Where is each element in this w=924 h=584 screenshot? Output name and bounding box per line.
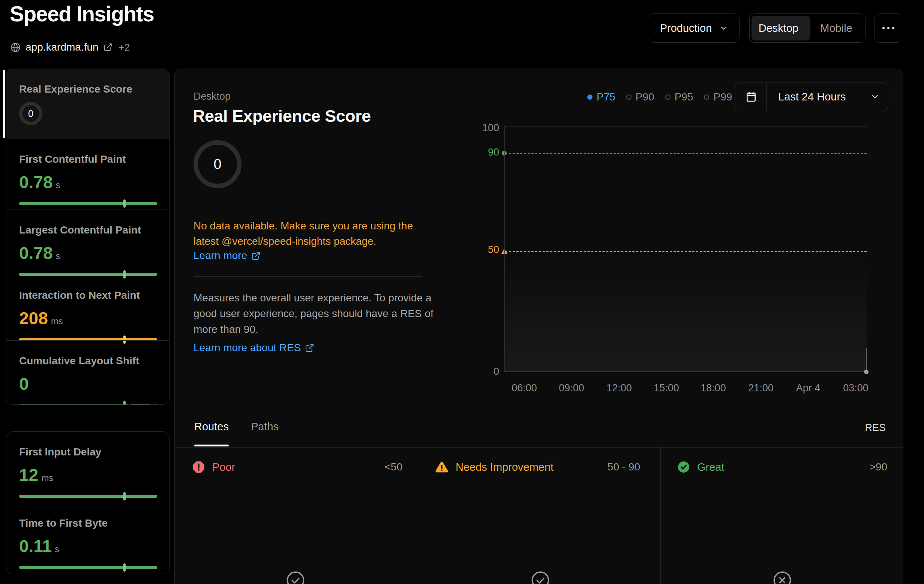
metric-unit: s — [55, 544, 59, 554]
date-range-label: Last 24 Hours — [778, 91, 846, 103]
chart-end-marker-dot — [864, 370, 868, 374]
tab-routes[interactable]: Routes — [194, 421, 229, 433]
column-divider — [660, 447, 661, 584]
res-column-label: RES — [865, 422, 886, 434]
score-ring: 0 — [19, 102, 42, 125]
res-chart-plot-area[interactable] — [504, 126, 866, 372]
y-axis-tick-100: 100 — [469, 122, 499, 134]
percentile-p90[interactable]: P90 — [626, 91, 654, 103]
metric-bar-marker — [124, 401, 125, 405]
learn-more-link[interactable]: Learn more — [193, 250, 261, 262]
learn-more-res-link[interactable]: Learn more about RES — [193, 342, 314, 354]
environment-label: Production — [660, 22, 712, 35]
metric-label: First Input Delay — [19, 446, 157, 458]
sidebar-card-time-to-first-byte[interactable]: Time to First Byte 0.11s — [7, 503, 169, 574]
x-axis-tick: 06:00 — [512, 382, 537, 394]
y-axis-tick-0: 0 — [469, 366, 499, 377]
empty-x-circle-icon — [772, 571, 792, 584]
selected-card-indicator — [3, 70, 5, 138]
x-axis-tick: Apr 4 — [796, 382, 820, 394]
metric-unit: ms — [51, 316, 63, 326]
y-axis-tick-90: 90 — [469, 146, 499, 158]
metric-value: 208 — [19, 308, 48, 328]
warning-triangle-icon — [435, 460, 449, 474]
status-label: Great — [697, 461, 724, 474]
metric-bar-marker — [124, 492, 125, 500]
metric-value: 0.78 — [19, 243, 53, 263]
percentile-selector: P75 P90 P95 P99 — [587, 90, 732, 105]
chart-area-gradient — [505, 255, 866, 372]
x-axis-tick: 21:00 — [748, 382, 774, 394]
tab-paths[interactable]: Paths — [251, 421, 279, 433]
column-divider — [418, 447, 418, 584]
metric-bar — [19, 202, 157, 205]
external-link-icon — [305, 343, 314, 353]
x-axis-tick: 03:00 — [843, 382, 868, 394]
res-score-value: 0 — [213, 156, 221, 173]
poor-octagon-icon — [192, 460, 206, 474]
metric-label: Interaction to Next Paint — [19, 290, 157, 301]
metric-label: Real Experience Score — [19, 83, 157, 95]
domain-extra-count[interactable]: +2 — [119, 42, 130, 53]
tabs-divider — [175, 447, 903, 447]
radio-dot-icon — [626, 94, 632, 100]
percentile-p99[interactable]: P99 — [704, 91, 732, 103]
sidebar-card-interaction-to-next-paint[interactable]: Interaction to Next Paint 208ms — [7, 275, 169, 341]
x-axis-tick: 12:00 — [606, 382, 632, 394]
res-description: Measures the overall user experience. To… — [193, 290, 444, 337]
sidebar-metrics-group-primary: Real Experience Score 0 First Contentful… — [6, 69, 170, 405]
metric-bar — [19, 495, 157, 498]
metric-unit: s — [56, 180, 60, 191]
metric-bar — [19, 404, 157, 405]
sidebar-metrics-group-secondary: First Input Delay 12ms Time to First Byt… — [6, 431, 170, 574]
metric-label: First Contentful Paint — [19, 153, 157, 165]
bar-segment-good — [19, 404, 128, 405]
calendar-icon — [745, 91, 757, 103]
percentile-p75[interactable]: P75 — [587, 91, 615, 103]
section-divider — [193, 276, 421, 276]
calendar-icon-section[interactable] — [735, 82, 767, 111]
status-poor: Poor <50 — [192, 459, 403, 475]
sidebar-card-first-input-delay[interactable]: First Input Delay 12ms — [7, 432, 169, 503]
environment-dropdown[interactable]: Production — [649, 13, 739, 43]
routes-paths-tabs: Routes Paths — [194, 421, 279, 433]
percentile-p95[interactable]: P95 — [665, 91, 693, 103]
learn-more-label: Learn more — [193, 250, 247, 262]
sidebar-card-real-experience-score[interactable]: Real Experience Score 0 — [7, 69, 169, 139]
radio-dot-icon — [587, 94, 592, 100]
metric-unit: s — [56, 251, 60, 261]
status-range: >90 — [870, 461, 888, 473]
percentile-label: P95 — [675, 91, 693, 103]
no-data-warning: No data available. Make sure you are usi… — [193, 218, 434, 249]
status-label: Needs Improvement — [455, 461, 553, 474]
metric-bar-marker — [124, 563, 125, 572]
domain-row: app.kardma.fun +2 — [10, 41, 130, 53]
sidebar-card-first-contentful-paint[interactable]: First Contentful Paint 0.78s — [7, 139, 169, 209]
domain-link[interactable]: app.kardma.fun — [25, 41, 99, 53]
sidebar-card-cumulative-layout-shift[interactable]: Cumulative Layout Shift 0 — [7, 341, 169, 405]
page-title: Speed Insights — [10, 2, 154, 26]
res-score-ring: 0 — [193, 140, 241, 188]
empty-check-circle-icon — [286, 571, 305, 584]
active-tab-underline — [194, 444, 229, 446]
external-link-icon[interactable] — [104, 43, 112, 52]
more-options-button[interactable] — [874, 13, 902, 43]
device-toggle-desktop[interactable]: Desktop — [750, 14, 807, 42]
sidebar-card-largest-contentful-paint[interactable]: Largest Contentful Paint 0.78s — [7, 209, 169, 275]
metric-label: Largest Contentful Paint — [19, 224, 157, 236]
metric-value: 0.11 — [19, 536, 52, 556]
status-great: Great >90 — [677, 459, 887, 475]
empty-check-circle-icon — [531, 571, 550, 584]
check-circle-icon — [677, 460, 690, 474]
x-axis: 06:00 09:00 12:00 15:00 18:00 21:00 Apr … — [504, 382, 866, 393]
chart-end-marker-line — [866, 348, 866, 372]
panel-heading: Real Experience Score — [193, 107, 371, 126]
chevron-down-icon — [870, 92, 880, 102]
metric-value: 0.78 — [19, 172, 53, 192]
score-value: 0 — [28, 109, 33, 119]
device-toggle: Desktop Mobile — [749, 13, 866, 43]
radio-dot-icon — [665, 94, 670, 100]
device-toggle-mobile[interactable]: Mobile — [807, 14, 865, 42]
date-range-picker[interactable]: Last 24 Hours — [735, 82, 888, 111]
y-axis-tick-50: 50 — [469, 244, 499, 256]
